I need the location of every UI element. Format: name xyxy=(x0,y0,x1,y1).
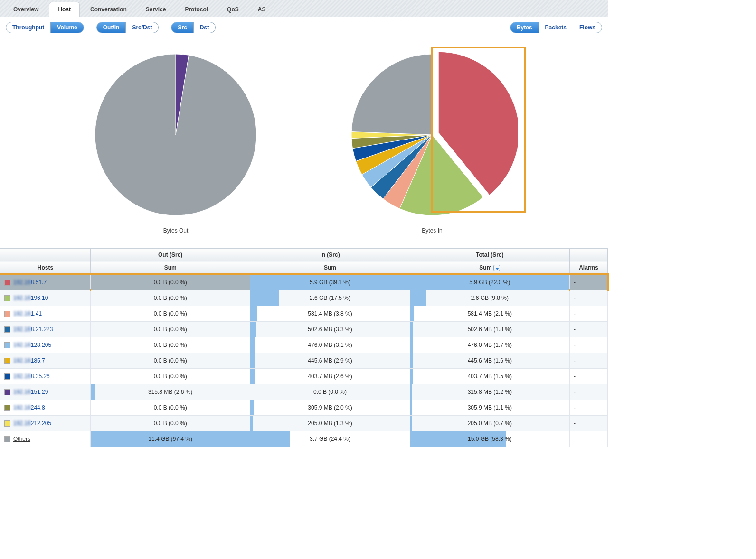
th-hosts[interactable]: Hosts xyxy=(0,261,91,275)
seg-btn-packets[interactable]: Packets xyxy=(539,22,573,33)
tab-as[interactable]: AS xyxy=(249,2,274,17)
cell-total: 205.0 MB (0.7 %) xyxy=(410,415,569,431)
seg-btn-out-in[interactable]: Out/In xyxy=(97,22,126,33)
tab-conversation[interactable]: Conversation xyxy=(82,2,135,17)
host-link[interactable]: 244.8 xyxy=(31,404,45,411)
chart-title-in: Bytes In xyxy=(347,227,518,234)
seg-btn-flows[interactable]: Flows xyxy=(573,22,602,33)
cell-alarms: - xyxy=(570,353,608,368)
cell-alarms: - xyxy=(570,306,608,321)
color-swatch xyxy=(4,326,10,333)
cell-out: 0.0 B (0.0 %) xyxy=(91,306,250,321)
th-in[interactable]: In (Src) xyxy=(250,249,410,261)
cell-out: 0.0 B (0.0 %) xyxy=(91,368,250,384)
cell-out: 0.0 B (0.0 %) xyxy=(91,415,250,431)
cell-alarms xyxy=(570,431,608,447)
cell-out: 0.0 B (0.0 %) xyxy=(91,400,250,415)
cell-alarms: - xyxy=(570,337,608,353)
table-row[interactable]: 192.16185.70.0 B (0.0 %)445.6 MB (2.9 %)… xyxy=(0,353,608,368)
toolbar: ThroughputVolume Out/InSrc/Dst SrcDst By… xyxy=(0,17,608,35)
cell-in: 0.0 B (0.0 %) xyxy=(250,384,410,400)
tab-host[interactable]: Host xyxy=(49,2,80,17)
cell-alarms: - xyxy=(570,400,608,415)
host-link[interactable]: 196.10 xyxy=(31,295,48,301)
host-link[interactable]: Others xyxy=(13,436,30,442)
cell-total: 502.6 MB (1.8 %) xyxy=(410,321,569,337)
cell-out: 0.0 B (0.0 %) xyxy=(91,353,250,368)
cell-in: 2.6 GB (17.5 %) xyxy=(250,290,410,306)
table-row[interactable]: 192.168.35.260.0 B (0.0 %)403.7 MB (2.6 … xyxy=(0,368,608,384)
cell-alarms: - xyxy=(570,415,608,431)
table-row[interactable]: Others11.4 GB (97.4 %)3.7 GB (24.4 %)15.… xyxy=(0,431,608,447)
cell-alarms: - xyxy=(570,290,608,306)
table-row[interactable]: 192.168.21.2230.0 B (0.0 %)502.6 MB (3.3… xyxy=(0,321,608,337)
host-link[interactable]: 8.21.223 xyxy=(31,326,53,333)
cell-in: 502.6 MB (3.3 %) xyxy=(250,321,410,337)
table-row[interactable]: 192.16244.80.0 B (0.0 %)305.9 MB (2.0 %)… xyxy=(0,400,608,415)
host-link[interactable]: 1.41 xyxy=(31,310,42,317)
color-swatch xyxy=(4,358,10,364)
tab-overview[interactable]: Overview xyxy=(5,2,47,17)
host-link[interactable]: 151.29 xyxy=(31,389,48,395)
cell-total: 315.8 MB (1.2 %) xyxy=(410,384,569,400)
table-row[interactable]: 192.16151.29315.8 MB (2.6 %)0.0 B (0.0 %… xyxy=(0,384,608,400)
seg-btn-volume[interactable]: Volume xyxy=(50,22,83,33)
cell-out: 0.0 B (0.0 %) xyxy=(91,337,250,353)
color-swatch xyxy=(4,342,10,348)
pie-bytes-out xyxy=(90,49,261,220)
cell-total: 476.0 MB (1.7 %) xyxy=(410,337,569,353)
th-in-sum[interactable]: Sum xyxy=(250,261,410,275)
color-swatch xyxy=(4,405,10,411)
th-total[interactable]: Total (Src) xyxy=(410,249,569,261)
seg-g4: BytesPacketsFlows xyxy=(510,22,602,33)
table-row[interactable]: 192.16212.2050.0 B (0.0 %)205.0 MB (1.3 … xyxy=(0,415,608,431)
color-swatch xyxy=(4,420,10,427)
host-link[interactable]: 8.35.26 xyxy=(31,373,50,380)
charts-area: Bytes Out Bytes In xyxy=(0,35,608,239)
cell-alarms: - xyxy=(570,274,608,290)
cell-in: 5.9 GB (39.1 %) xyxy=(250,274,410,290)
host-link[interactable]: 8.51.7 xyxy=(31,279,47,286)
tab-protocol[interactable]: Protocol xyxy=(176,2,217,17)
color-swatch xyxy=(4,373,10,380)
seg-btn-dst[interactable]: Dst xyxy=(193,22,215,33)
cell-in: 476.0 MB (3.1 %) xyxy=(250,337,410,353)
seg-btn-src-dst[interactable]: Src/Dst xyxy=(125,22,158,33)
cell-total: 445.6 MB (1.6 %) xyxy=(410,353,569,368)
table-row[interactable]: 192.16128.2050.0 B (0.0 %)476.0 MB (3.1 … xyxy=(0,337,608,353)
color-swatch xyxy=(4,311,10,317)
th-out-sum[interactable]: Sum xyxy=(91,261,250,275)
tab-bar: OverviewHostConversationServiceProtocolQ… xyxy=(0,0,608,17)
seg-g3: SrcDst xyxy=(171,22,216,33)
cell-total: 15.0 GB (58.3 %) xyxy=(410,431,569,447)
th-alarms[interactable]: Alarms xyxy=(570,261,608,275)
cell-total: 2.6 GB (9.8 %) xyxy=(410,290,569,306)
seg-btn-src[interactable]: Src xyxy=(171,22,193,33)
cell-alarms: - xyxy=(570,321,608,337)
cell-out: 0.0 B (0.0 %) xyxy=(91,274,250,290)
th-blank xyxy=(0,249,91,261)
cell-in: 205.0 MB (1.3 %) xyxy=(250,415,410,431)
cell-total: 305.9 MB (1.1 %) xyxy=(410,400,569,415)
seg-g2: Out/InSrc/Dst xyxy=(96,22,159,33)
cell-alarms: - xyxy=(570,368,608,384)
color-swatch xyxy=(4,280,10,286)
data-table: Out (Src) In (Src) Total (Src) Hosts Sum… xyxy=(0,248,608,447)
table-row[interactable]: 192.16196.100.0 B (0.0 %)2.6 GB (17.5 %)… xyxy=(0,290,608,306)
seg-g1: ThroughputVolume xyxy=(6,22,84,33)
host-link[interactable]: 212.205 xyxy=(31,420,51,427)
cell-total: 5.9 GB (22.0 %) xyxy=(410,274,569,290)
tab-service[interactable]: Service xyxy=(137,2,175,17)
th-total-sum[interactable]: Sum xyxy=(410,261,569,275)
cell-in: 581.4 MB (3.8 %) xyxy=(250,306,410,321)
seg-btn-bytes[interactable]: Bytes xyxy=(510,22,539,33)
cell-in: 403.7 MB (2.6 %) xyxy=(250,368,410,384)
seg-btn-throughput[interactable]: Throughput xyxy=(6,22,50,33)
sort-desc-icon[interactable] xyxy=(493,265,500,271)
tab-qos[interactable]: QoS xyxy=(218,2,247,17)
host-link[interactable]: 185.7 xyxy=(31,357,45,364)
host-link[interactable]: 128.205 xyxy=(31,342,51,348)
table-row[interactable]: 192.161.410.0 B (0.0 %)581.4 MB (3.8 %)5… xyxy=(0,306,608,321)
th-out[interactable]: Out (Src) xyxy=(91,249,250,261)
table-row[interactable]: 192.168.51.70.0 B (0.0 %)5.9 GB (39.1 %)… xyxy=(0,274,608,290)
